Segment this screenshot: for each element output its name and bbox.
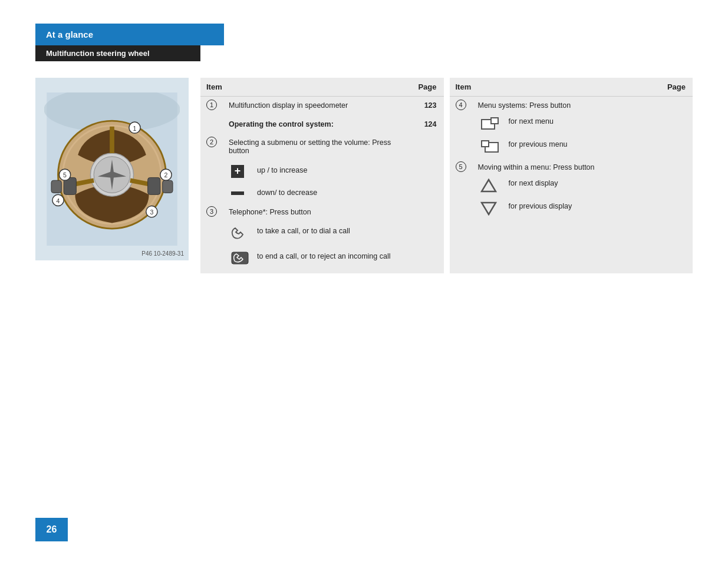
- right-table-page-header: Page: [661, 78, 693, 97]
- svg-rect-13: [51, 180, 61, 193]
- tables-section: Item Page 1 Multifunction display in spe…: [200, 78, 693, 273]
- item-2-text: Selecting a submenu or setting the volum…: [223, 134, 412, 161]
- table-row: 2 Selecting a submenu or setting the vol…: [200, 134, 444, 161]
- header-banner: At a glance: [35, 24, 224, 45]
- table-row: 1 Multifunction display in speedometer 1…: [200, 97, 444, 115]
- svg-text:3: 3: [150, 209, 153, 216]
- svg-rect-28: [491, 118, 498, 124]
- svg-text:4: 4: [57, 197, 60, 204]
- left-table: Item Page 1 Multifunction display in spe…: [200, 78, 444, 273]
- table-row: [450, 220, 693, 238]
- table-row: down/ to decrease: [200, 184, 444, 203]
- right-table: Item Page 4 Menu systems: Press button: [450, 78, 693, 273]
- item-3-text: Telephone*: Press button: [223, 203, 412, 222]
- menu-prev-text: for previous menu: [503, 138, 574, 157]
- table-row: 4 Menu systems: Press button: [450, 97, 693, 113]
- table-row: for next display: [450, 174, 693, 197]
- content-area: 1 2 3 4 5 P46 10-2489-31: [35, 78, 693, 273]
- next-display-text: for next display: [503, 177, 564, 196]
- svg-rect-14: [148, 177, 160, 194]
- table-row: [450, 256, 693, 273]
- plus-icon: +: [231, 165, 244, 178]
- prev-display-text: for previous display: [503, 200, 578, 219]
- table-row: 5 Moving within a menu: Press button: [450, 158, 693, 174]
- svg-marker-31: [482, 180, 496, 191]
- header-subtitle: Multifunction steering wheel: [46, 49, 150, 58]
- minus-icon: [231, 191, 244, 195]
- table-row: for next menu: [450, 113, 693, 135]
- next-display-icon: [480, 178, 497, 193]
- phone-receive-text: to take a call, or to dial a call: [251, 224, 356, 243]
- menu-prev-row: for previous menu: [472, 135, 661, 158]
- minus-row: down/ to decrease: [223, 184, 412, 203]
- header-title: At a glance: [46, 29, 93, 39]
- item-num-4: 4: [456, 100, 466, 110]
- subheader: Multifunction steering wheel: [35, 45, 200, 61]
- table-row: to take a call, or to dial a call: [200, 222, 444, 248]
- menu-next-row: for next menu: [472, 113, 661, 135]
- table-row: 3 Telephone*: Press button: [200, 203, 444, 222]
- item-4-text: Menu systems: Press button: [472, 97, 661, 113]
- menu-prev-icon: [480, 140, 499, 154]
- item-1-page: 123: [412, 97, 443, 115]
- decrease-text: down/ to decrease: [251, 186, 323, 199]
- svg-rect-15: [163, 180, 173, 193]
- phone-end-icon: [231, 252, 249, 265]
- menu-next-icon: [480, 117, 499, 131]
- right-table-item-header: Item: [450, 78, 661, 97]
- image-caption: P46 10-2489-31: [141, 250, 184, 257]
- svg-rect-30: [482, 141, 489, 147]
- page-number-box: 26: [35, 518, 68, 541]
- table-row: Operating the control system: 124: [200, 115, 444, 134]
- svg-text:2: 2: [164, 171, 168, 178]
- item-num-3: 3: [206, 206, 217, 217]
- table-row: to end a call, or to reject an incoming …: [200, 247, 444, 273]
- svg-text:5: 5: [63, 171, 67, 178]
- next-display-row: for next display: [472, 174, 661, 197]
- table-row: [450, 238, 693, 256]
- svg-text:1: 1: [133, 125, 137, 132]
- increase-text: up / to increase: [251, 164, 313, 179]
- prev-display-icon: [480, 201, 497, 216]
- left-table-item-header: Item: [200, 78, 412, 97]
- phone-receive-row: to take a call, or to dial a call: [223, 222, 412, 248]
- table-row: for previous menu: [450, 135, 693, 158]
- operating-text: Operating the control system:: [223, 115, 412, 134]
- phone-end-row: to end a call, or to reject an incoming …: [223, 247, 412, 273]
- prev-display-row: for previous display: [472, 197, 661, 220]
- phone-receive-icon: [231, 226, 248, 239]
- svg-marker-32: [482, 203, 496, 214]
- page-number: 26: [47, 524, 57, 535]
- item-num-5: 5: [456, 161, 466, 172]
- item-5-text: Moving within a menu: Press button: [472, 158, 661, 174]
- phone-end-text: to end a call, or to reject an incoming …: [251, 250, 397, 268]
- table-row: for previous display: [450, 197, 693, 220]
- item-num-2: 2: [206, 137, 217, 147]
- operating-page: 124: [412, 115, 443, 134]
- item-num-1: 1: [206, 100, 217, 110]
- plus-row: + up / to increase: [223, 161, 412, 184]
- menu-next-text: for next menu: [503, 115, 559, 134]
- item-1-text: Multifunction display in speedometer: [223, 97, 412, 115]
- table-row: + up / to increase: [200, 161, 444, 184]
- steering-wheel-image: 1 2 3 4 5 P46 10-2489-31: [35, 78, 189, 260]
- page-container: At a glance Multifunction steering wheel: [0, 0, 728, 297]
- left-table-page-header: Page: [412, 78, 443, 97]
